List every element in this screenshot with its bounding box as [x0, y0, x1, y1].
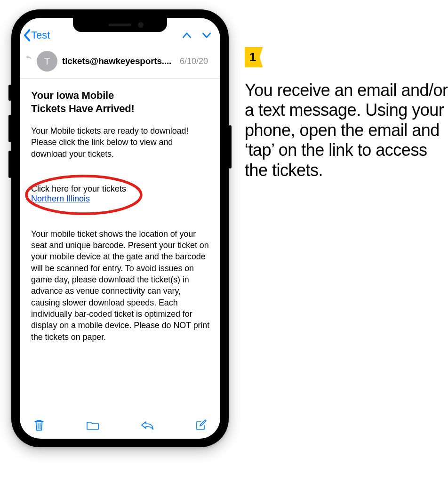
sender-avatar[interactable]: T — [37, 51, 57, 72]
message-subject: Your Iowa Mobile Tickets Have Arrived! — [31, 89, 211, 115]
power-button — [229, 125, 232, 169]
instruction-panel: 1 You receive an email and/or a text mes… — [245, 9, 448, 447]
chevron-left-icon — [23, 29, 31, 42]
step-instruction: You receive an email and/or a text messa… — [245, 80, 448, 180]
back-button[interactable]: Test — [23, 29, 50, 42]
avatar-initial: T — [44, 56, 50, 67]
back-label: Test — [31, 29, 50, 41]
mail-toolbar — [20, 410, 220, 439]
next-message-button[interactable] — [201, 30, 212, 40]
sender-address[interactable]: tickets@hawkeyesports.... — [62, 56, 171, 66]
ticket-link-block: Click here for your tickets Northern Ill… — [31, 184, 211, 204]
message-body: Your Iowa Mobile Tickets Have Arrived! Y… — [20, 79, 220, 410]
message-date: 6/10/20 — [180, 56, 211, 66]
mute-switch — [8, 85, 11, 101]
reply-button[interactable] — [140, 419, 154, 431]
compose-button[interactable] — [195, 419, 207, 431]
message-header: T tickets@hawkeyesports.... 6/10/20 — [20, 48, 220, 79]
step-number-flag: 1 — [245, 47, 263, 67]
speaker — [109, 24, 131, 26]
mail-app: Test T tickets@hawkeyesports... — [20, 18, 220, 439]
previous-message-button[interactable] — [182, 30, 192, 40]
link-prompt: Click here for your tickets — [31, 184, 211, 194]
volume-down-button — [8, 151, 11, 178]
notch — [73, 18, 167, 32]
reply-indicator-icon — [25, 53, 32, 63]
ticket-link[interactable]: Northern Illinois — [31, 194, 90, 203]
trash-button[interactable] — [33, 418, 45, 432]
phone-screen: Test T tickets@hawkeyesports... — [20, 18, 220, 439]
volume-up-button — [8, 115, 11, 142]
move-folder-button[interactable] — [86, 419, 100, 431]
step-number: 1 — [249, 50, 256, 64]
phone-mockup: Test T tickets@hawkeyesports... — [11, 9, 229, 447]
details-paragraph: Your mobile ticket shows the location of… — [31, 228, 211, 343]
front-camera — [138, 22, 144, 28]
intro-paragraph: Your Mobile tickets are ready to downloa… — [31, 125, 211, 160]
